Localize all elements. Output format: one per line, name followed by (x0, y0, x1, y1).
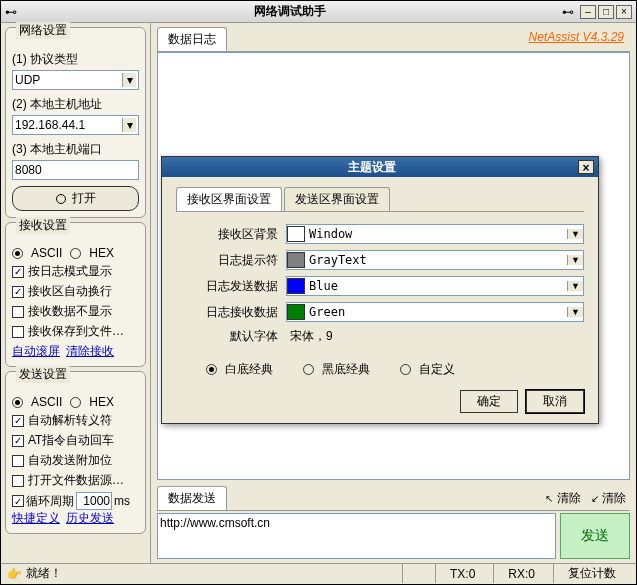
main-window: ⊷ 网络调试助手 ⊷ – □ × 网络设置 (1) 协议类型 UDP▾ (2) … (0, 0, 637, 585)
prompt-label: 日志提示符 (176, 252, 286, 269)
close-button[interactable]: × (616, 5, 632, 19)
chevron-down-icon: ▼ (567, 307, 583, 317)
senddata-color-combo[interactable]: Blue▼ (286, 276, 584, 296)
theme-custom-radio[interactable] (400, 364, 411, 375)
theme-white-radio[interactable] (206, 364, 217, 375)
maximize-button[interactable]: □ (598, 5, 614, 19)
auto-scroll-link[interactable]: 自动滚屏 (12, 343, 60, 360)
recv-opt4-check[interactable] (12, 326, 24, 338)
tool-icon[interactable]: ⊷ (562, 5, 574, 19)
status-tx: TX:0 (435, 564, 489, 583)
send-input[interactable] (157, 513, 556, 559)
clear-send-1[interactable]: ↖ 清除 (545, 490, 580, 507)
chevron-down-icon: ▾ (122, 118, 136, 132)
network-legend: 网络设置 (16, 22, 70, 39)
chevron-down-icon: ▼ (567, 281, 583, 291)
chevron-down-icon: ▼ (567, 229, 583, 239)
recvdata-label: 日志接收数据 (176, 304, 286, 321)
status-ready: 就绪！ (26, 565, 62, 582)
protocol-label: (1) 协议类型 (12, 51, 139, 68)
dlg-tab-recv[interactable]: 接收区界面设置 (176, 187, 282, 211)
port-label: (3) 本地主机端口 (12, 141, 139, 158)
theme-dialog: 主题设置 × 接收区界面设置 发送区界面设置 接收区背景 Window▼ 日志提… (161, 156, 599, 424)
recv-ascii-radio[interactable] (12, 248, 23, 259)
sidebar: 网络设置 (1) 协议类型 UDP▾ (2) 本地主机地址 192.168.44… (1, 23, 151, 563)
status-dot-icon (56, 194, 66, 204)
status-rx: RX:0 (493, 564, 549, 583)
send-group: 发送设置 ASCII HEX 自动解析转义符 AT指令自动回车 自动发送附加位 … (5, 371, 146, 534)
reset-count[interactable]: 复位计数 (553, 564, 630, 583)
bg-label: 接收区背景 (176, 226, 286, 243)
send-hex-radio[interactable] (70, 397, 81, 408)
send-button[interactable]: 发送 (560, 513, 630, 559)
recvdata-color-combo[interactable]: Green▼ (286, 302, 584, 322)
ok-button[interactable]: 确定 (460, 390, 518, 413)
color-swatch-icon (287, 278, 305, 294)
send-tab[interactable]: 数据发送 (157, 486, 227, 510)
recv-legend: 接收设置 (16, 217, 70, 234)
recv-opt3-check[interactable] (12, 306, 24, 318)
down-arrow-icon: ↙ (591, 493, 599, 504)
hand-icon: 👉 (7, 567, 22, 581)
up-arrow-icon: ↖ (545, 493, 553, 504)
color-swatch-icon (287, 304, 305, 320)
port-input[interactable] (12, 160, 139, 180)
dialog-close-button[interactable]: × (578, 160, 594, 174)
clear-recv-link[interactable]: 清除接收 (66, 343, 114, 360)
recv-opt1-check[interactable] (12, 266, 24, 278)
minimize-button[interactable]: – (580, 5, 596, 19)
log-tab[interactable]: 数据日志 (157, 27, 227, 51)
protocol-select[interactable]: UDP▾ (12, 70, 139, 90)
host-select[interactable]: 192.168.44.1▾ (12, 115, 139, 135)
bg-color-combo[interactable]: Window▼ (286, 224, 584, 244)
dialog-title: 主题设置 (166, 159, 578, 176)
log-tabs: 数据日志 NetAssist V4.3.29 (157, 27, 630, 52)
network-group: 网络设置 (1) 协议类型 UDP▾ (2) 本地主机地址 192.168.44… (5, 27, 146, 218)
status-sep1 (402, 564, 431, 583)
send-ascii-radio[interactable] (12, 397, 23, 408)
font-value: 宋体，9 (286, 328, 333, 345)
send-opt3-check[interactable] (12, 455, 24, 467)
history-link[interactable]: 历史发送 (66, 510, 114, 527)
recv-opt2-check[interactable] (12, 286, 24, 298)
send-legend: 发送设置 (16, 366, 70, 383)
color-swatch-icon (287, 226, 305, 242)
chevron-down-icon: ▼ (567, 255, 583, 265)
prompt-color-combo[interactable]: GrayText▼ (286, 250, 584, 270)
dlg-tab-send[interactable]: 发送区界面设置 (284, 187, 390, 211)
cancel-button[interactable]: 取消 (526, 390, 584, 413)
chevron-down-icon: ▾ (122, 73, 136, 87)
titlebar: ⊷ 网络调试助手 ⊷ – □ × (1, 1, 636, 23)
color-swatch-icon (287, 252, 305, 268)
theme-black-radio[interactable] (303, 364, 314, 375)
senddata-label: 日志发送数据 (176, 278, 286, 295)
open-button[interactable]: 打开 (12, 186, 139, 211)
pin-icon[interactable]: ⊷ (5, 5, 17, 19)
cycle-input[interactable] (76, 492, 112, 510)
cycle-check[interactable] (12, 495, 24, 507)
recv-group: 接收设置 ASCII HEX 按日志模式显示 接收区自动换行 接收数据不显示 接… (5, 222, 146, 367)
window-title: 网络调试助手 (17, 3, 562, 20)
send-opt4-check[interactable] (12, 475, 24, 487)
recv-hex-radio[interactable] (70, 248, 81, 259)
version-link[interactable]: NetAssist V4.3.29 (523, 27, 630, 51)
shortcut-link[interactable]: 快捷定义 (12, 510, 60, 527)
font-label: 默认字体 (176, 328, 286, 345)
send-opt1-check[interactable] (12, 415, 24, 427)
statusbar: 👉 就绪！ TX:0 RX:0 复位计数 (1, 563, 636, 583)
send-opt2-check[interactable] (12, 435, 24, 447)
host-label: (2) 本地主机地址 (12, 96, 139, 113)
clear-send-2[interactable]: ↙ 清除 (591, 490, 626, 507)
dialog-titlebar[interactable]: 主题设置 × (162, 157, 598, 177)
